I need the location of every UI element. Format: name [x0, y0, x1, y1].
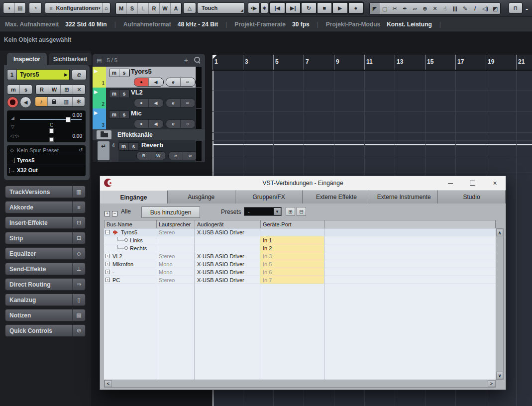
inspector-section-kanalzug[interactable]: Kanalzug▯	[5, 294, 86, 306]
bus-row-pc[interactable]: +PCStereoX-USB ASIO DriverIn 7	[104, 276, 496, 284]
record-enable-button[interactable]: ●	[134, 99, 149, 107]
inspector-section-quick-controls[interactable]: Quick Controls⊘	[5, 324, 86, 337]
vertical-scrollbar[interactable]: ∧ ∨	[496, 228, 504, 380]
monitor-button[interactable]: ◀	[149, 99, 163, 107]
inspector-section-insert-effekte[interactable]: Insert-Effekte⊡	[5, 216, 86, 229]
erase-tool[interactable]: ▱	[410, 3, 420, 14]
scroll-right-button[interactable]: >	[488, 380, 495, 387]
solo-button[interactable]: s	[20, 85, 32, 94]
mute-button[interactable]: m	[109, 111, 119, 118]
device-port-cell[interactable]: In 5	[260, 260, 324, 268]
inspector-section-equalizer[interactable]: Equalizer◇	[5, 247, 86, 260]
link-icon[interactable]: ∞	[181, 99, 195, 107]
solo-button[interactable]: s	[119, 69, 129, 77]
mute-tool[interactable]: ✕	[430, 3, 440, 14]
stop-button[interactable]: ■	[317, 2, 332, 13]
add-track-button[interactable]: +	[184, 56, 188, 64]
device-port-cell[interactable]: In 3	[260, 252, 324, 260]
track-row-vl2[interactable]: ▶2msVL2●◀e∞	[93, 88, 205, 108]
expand-plus-icon[interactable]: +	[106, 262, 110, 266]
input-routing-row[interactable]: →] Tyros5	[7, 155, 86, 165]
track-preset-row[interactable]: ◇ Kein Spur-Preset ↺	[7, 145, 86, 155]
global-r-button[interactable]: R	[149, 3, 160, 14]
solo-button[interactable]: s	[129, 143, 139, 150]
dialog-tab-externe-effekte[interactable]: Externe Effekte	[303, 190, 370, 203]
expand-plus-icon[interactable]: +	[106, 278, 110, 282]
device-port-cell[interactable]: In 6	[260, 268, 324, 276]
edit-channel-button[interactable]: e	[166, 78, 181, 86]
global-m-button[interactable]: M	[116, 3, 127, 14]
musical-timebase-icon[interactable]: ♪	[35, 97, 48, 106]
device-port-cell[interactable]: In 7	[260, 276, 324, 284]
inspector-section-notizen[interactable]: Notizen▤	[5, 309, 86, 321]
folder-track-row[interactable]: Effektkanäle	[93, 129, 205, 140]
snap-type-button[interactable]: ⊓	[509, 2, 523, 13]
horizontal-scrollbar[interactable]: < >	[104, 380, 496, 388]
reload-icon[interactable]: ↺	[76, 147, 86, 153]
dialog-tab-gruppen-fx[interactable]: Gruppen/FX	[235, 190, 303, 203]
delay-handle[interactable]	[49, 137, 54, 142]
show-lanes-icon[interactable]: ▥	[60, 97, 73, 106]
maximize-button[interactable]	[461, 176, 484, 190]
edit-channel-button[interactable]: e	[169, 152, 183, 160]
menu-icon[interactable]: ≡	[45, 3, 57, 13]
dialog-tab-ausg-nge[interactable]: Ausgänge	[168, 190, 235, 203]
link-icon[interactable]: ∞	[181, 78, 195, 86]
color-tool[interactable]: ◩	[490, 3, 500, 14]
find-track-icon[interactable]	[194, 57, 200, 64]
constrain-delay-button[interactable]: ◔	[29, 2, 42, 13]
automation-panel-button[interactable]: △	[183, 2, 196, 13]
record-enable-button[interactable]: ●	[134, 78, 149, 86]
split-tool[interactable]: ✂	[390, 3, 400, 14]
minimize-button[interactable]	[439, 176, 461, 190]
monitor-button[interactable]: ◀	[149, 120, 163, 128]
mute-button[interactable]: m	[119, 143, 129, 150]
remove-preset-button[interactable]: ⊟	[297, 207, 306, 216]
setup-window-layout-icon[interactable]: ▤	[15, 3, 26, 13]
global-l-button[interactable]: L	[138, 3, 149, 14]
column-header-lautsprecher[interactable]: Lautsprecher	[157, 220, 195, 228]
dialog-tab-studio[interactable]: Studio	[438, 190, 506, 203]
scroll-left-button[interactable]: <	[105, 380, 112, 387]
bus-row-tyros5[interactable]: −Tyros5StereoX-USB ASIO Driver	[104, 228, 496, 236]
expand-plus-icon[interactable]: +	[106, 270, 110, 274]
goto-start-button[interactable]: |◀	[270, 2, 285, 13]
play-button[interactable]: ▶	[332, 2, 348, 13]
freeze-icon[interactable]: ✻	[73, 97, 85, 106]
channel-row-links[interactable]: LinksIn 1	[104, 236, 496, 244]
hand-tool[interactable]: ☝	[440, 3, 450, 14]
play-audition-tool[interactable]: ◁)	[480, 3, 490, 14]
presets-dropdown[interactable]: - ▼	[244, 207, 282, 216]
lock-icon[interactable]	[48, 97, 60, 106]
bus-row-vl2[interactable]: +VL2StereoX-USB ASIO DriverIn 3	[104, 252, 496, 260]
volume-handle[interactable]	[66, 117, 71, 122]
expand-plus-icon[interactable]: +	[106, 254, 110, 258]
inspector-section-trackversions[interactable]: TrackVersions▥	[5, 186, 86, 198]
time-warp-tool[interactable]: |||	[450, 3, 460, 14]
add-bus-button[interactable]: Bus hinzufügen	[141, 206, 200, 218]
monitor-button[interactable]: ◀	[149, 78, 163, 86]
goto-end-button[interactable]: ▶|	[286, 2, 301, 13]
bus-row-mikrofon[interactable]: +MikrofonMonoX-USB ASIO DriverIn 5	[104, 260, 496, 268]
inspector-section-send-effekte[interactable]: Send-Effekte⊥	[5, 263, 86, 275]
expand-all-icon[interactable]: +	[105, 208, 111, 217]
object-selection-tool[interactable]: ◤	[370, 3, 380, 14]
track-row-tyors5[interactable]: ▶1msTyors5●◀e∞	[93, 67, 205, 88]
global-a-button[interactable]: A	[171, 3, 181, 14]
global-s-button[interactable]: S	[127, 3, 138, 14]
track-name-field[interactable]: Tyors5 ▶	[17, 69, 70, 80]
record-enable-button[interactable]: ●	[134, 120, 149, 128]
solo-button[interactable]: s	[119, 111, 129, 118]
workspace-group[interactable]: ≡ Konfigurationen ▾ ⌂	[45, 2, 110, 13]
project-activate-icon[interactable]: ◑	[3, 3, 14, 13]
close-gaps-icon[interactable]: ✕	[73, 85, 85, 94]
read-automation-button[interactable]: R	[137, 152, 151, 160]
volume-slider[interactable]	[20, 119, 82, 120]
pan-handle[interactable]	[49, 128, 54, 133]
tab-inspector[interactable]: Inspector	[7, 53, 47, 65]
output-routing-row[interactable]: [→ X32 Out	[7, 165, 86, 175]
channel-config-icon[interactable]: ⊞	[61, 85, 73, 94]
cycle-button[interactable]: ↻	[301, 2, 317, 13]
read-automation-button[interactable]: R	[36, 85, 48, 94]
global-w-button[interactable]: W	[160, 3, 171, 14]
